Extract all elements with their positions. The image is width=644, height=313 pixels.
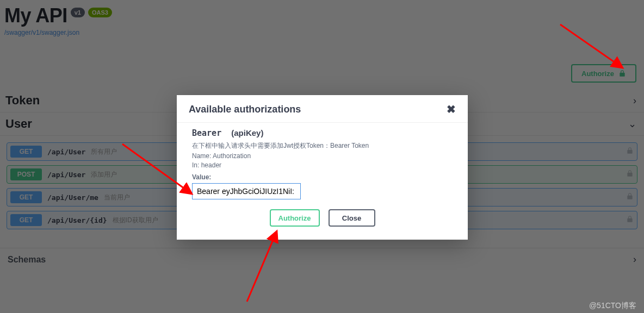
svg-line-0 bbox=[122, 144, 192, 194]
close-icon[interactable]: ✖ bbox=[447, 103, 456, 116]
authorize-modal: Available authorizations ✖ Bearer (apiKe… bbox=[177, 95, 468, 240]
modal-title: Available authorizations bbox=[189, 104, 301, 115]
auth-scheme-type: (apiKey) bbox=[231, 128, 263, 137]
auth-scheme-name: Bearer bbox=[192, 128, 221, 138]
svg-line-1 bbox=[247, 231, 277, 302]
auth-description: 在下框中输入请求头中需要添加Jwt授权Token：Bearer Token bbox=[192, 141, 453, 151]
watermark: @51CTO博客 bbox=[589, 301, 636, 311]
auth-scheme-title: Bearer (apiKey) bbox=[192, 128, 453, 138]
svg-line-2 bbox=[560, 24, 623, 68]
modal-close-button[interactable]: Close bbox=[329, 209, 375, 227]
auth-name-row: Name: Authorization bbox=[192, 152, 453, 160]
auth-name-value: Authorization bbox=[213, 152, 251, 160]
auth-in-row: In: header bbox=[192, 161, 453, 169]
auth-value-label: Value: bbox=[192, 173, 453, 181]
modal-authorize-button[interactable]: Authorize bbox=[270, 209, 320, 227]
